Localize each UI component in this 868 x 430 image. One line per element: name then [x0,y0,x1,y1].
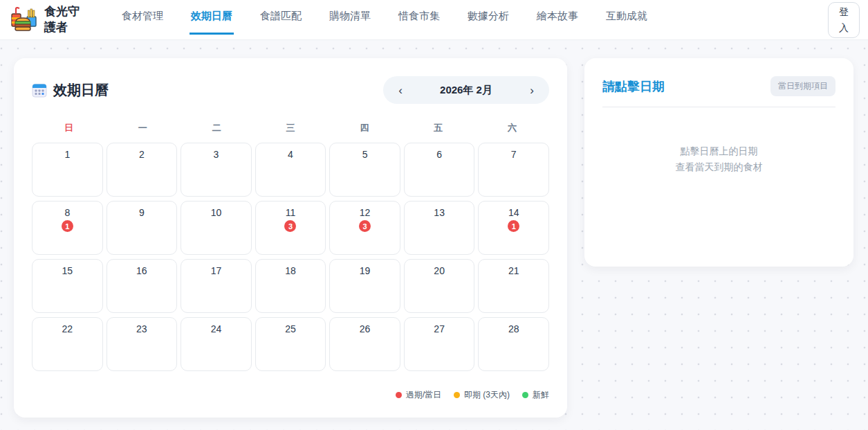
legend-label: 新鮮 [533,389,549,401]
calendar-day-cell[interactable]: 123 [329,201,400,255]
calendar-day-cell[interactable]: 20 [404,259,475,313]
day-number: 7 [479,149,548,160]
calendar-day-cell[interactable]: 6 [404,143,475,197]
day-number: 4 [256,149,326,160]
expiring-count-badge: 1 [508,220,519,232]
legend-dot [522,392,528,398]
calendar-day-cell[interactable]: 15 [32,259,103,313]
weekday-label: 日 [32,122,106,134]
detail-divider [602,107,835,107]
day-number: 11 [256,207,326,218]
detail-empty-line1: 點擊日曆上的日期 [602,143,835,159]
day-number: 23 [107,323,177,334]
day-number: 24 [181,323,251,334]
expiring-count-badge: 1 [62,220,73,232]
nav-item-效期日曆[interactable]: 效期日曆 [190,0,234,35]
calendar-day-cell[interactable]: 16 [107,259,178,313]
legend-dot [454,392,460,398]
nav: 食材管理效期日曆食譜匹配購物清單惜食市集數據分析繪本故事互動成就 [120,0,649,40]
legend-label: 即期 (3天內) [464,389,510,401]
calendar-day-cell[interactable]: 5 [329,143,400,197]
due-today-badge: 當日到期項目 [770,76,835,96]
calendar-day-cell[interactable]: 24 [181,317,252,371]
calendar-day-cell[interactable]: 2 [107,143,178,197]
nav-item-食材管理[interactable]: 食材管理 [120,0,165,35]
legend-label: 過期/當日 [406,389,441,401]
day-number: 26 [330,323,400,334]
calendar-day-cell[interactable]: 18 [255,259,326,313]
day-number: 13 [405,207,474,218]
calendar-day-cell[interactable]: 13 [404,201,475,255]
day-number: 19 [330,265,400,276]
calendar-day-cell[interactable]: 113 [255,201,326,255]
day-number: 22 [33,323,102,334]
day-number: 21 [479,265,548,276]
day-number: 14 [479,207,548,218]
expiry-calendar-card: 效期日曆 ‹ 2026年 2月 › 日一二三四五六 12345678191011… [14,58,567,418]
day-number: 1 [33,149,102,160]
day-number: 20 [405,265,474,276]
expiring-count-badge: 3 [284,220,296,232]
weekday-label: 四 [327,122,401,134]
calendar-day-cell[interactable]: 9 [107,201,178,255]
weekday-label: 五 [401,122,475,134]
day-number: 9 [107,207,177,218]
detail-panel-header: 請點擊日期 當日到期項目 [602,76,835,96]
nav-item-惜食市集[interactable]: 惜食市集 [397,0,441,35]
day-number: 3 [181,149,251,160]
expiring-count-badge: 3 [359,220,371,232]
weekday-label: 一 [106,122,180,134]
detail-empty-message: 點擊日曆上的日期 查看當天到期的食材 [602,143,835,175]
day-number: 6 [405,149,474,160]
main-content: 效期日曆 ‹ 2026年 2月 › 日一二三四五六 12345678191011… [0,40,868,418]
app-title: 食光守護者 [44,4,87,36]
nav-item-食譜匹配[interactable]: 食譜匹配 [259,0,303,35]
calendar-day-cell[interactable]: 10 [181,201,252,255]
prev-month-button[interactable]: ‹ [390,80,411,100]
calendar-day-cell[interactable]: 28 [478,317,549,371]
day-number: 8 [33,207,102,218]
login-button[interactable]: 登入 [828,2,860,38]
calendar-title: 效期日曆 [32,81,109,100]
legend-item: 過期/當日 [396,389,441,401]
nav-item-數據分析[interactable]: 數據分析 [466,0,510,35]
legend-item: 新鮮 [522,389,549,401]
next-month-button[interactable]: › [521,80,542,100]
calendar-day-cell[interactable]: 26 [329,317,400,371]
day-number: 16 [107,265,177,276]
day-number: 5 [330,149,400,160]
day-number: 25 [256,323,326,334]
calendar-day-cell[interactable]: 22 [32,317,103,371]
calendar-legend: 過期/當日即期 (3天內)新鮮 [32,389,549,401]
calendar-day-cell[interactable]: 3 [181,143,252,197]
weekday-label: 三 [254,122,328,134]
calendar-day-cell[interactable]: 141 [478,201,549,255]
calendar-icon [32,82,47,98]
calendar-day-cell[interactable]: 1 [32,143,103,197]
calendar-title-label: 效期日曆 [53,81,109,100]
legend-item: 即期 (3天內) [454,389,510,401]
calendar-day-cell[interactable]: 81 [32,201,103,255]
app-logo-fastfood-icon [10,6,39,35]
nav-item-繪本故事[interactable]: 繪本故事 [535,0,580,35]
calendar-day-cell[interactable]: 19 [329,259,400,313]
calendar-day-cell[interactable]: 17 [181,259,252,313]
day-number: 10 [181,207,251,218]
calendar-day-cell[interactable]: 21 [478,259,549,313]
weekday-label: 六 [475,122,549,134]
day-number: 12 [330,207,400,218]
day-detail-panel: 請點擊日期 當日到期項目 點擊日曆上的日期 查看當天到期的食材 [584,58,853,267]
nav-item-購物清單[interactable]: 購物清單 [328,0,372,35]
nav-item-互動成就[interactable]: 互動成就 [604,0,649,35]
legend-dot [396,392,402,398]
calendar-day-cell[interactable]: 23 [107,317,178,371]
app-header: 食光守護者 食材管理效期日曆食譜匹配購物清單惜食市集數據分析繪本故事互動成就 登… [0,0,868,40]
day-number: 15 [33,265,102,276]
calendar-day-cell[interactable]: 7 [478,143,549,197]
calendar-day-cell[interactable]: 4 [255,143,326,197]
detail-panel-title: 請點擊日期 [602,78,665,95]
weekday-label: 二 [180,122,254,134]
calendar-day-cell[interactable]: 25 [255,317,326,371]
month-label: 2026年 2月 [440,84,492,97]
calendar-day-cell[interactable]: 27 [404,317,475,371]
